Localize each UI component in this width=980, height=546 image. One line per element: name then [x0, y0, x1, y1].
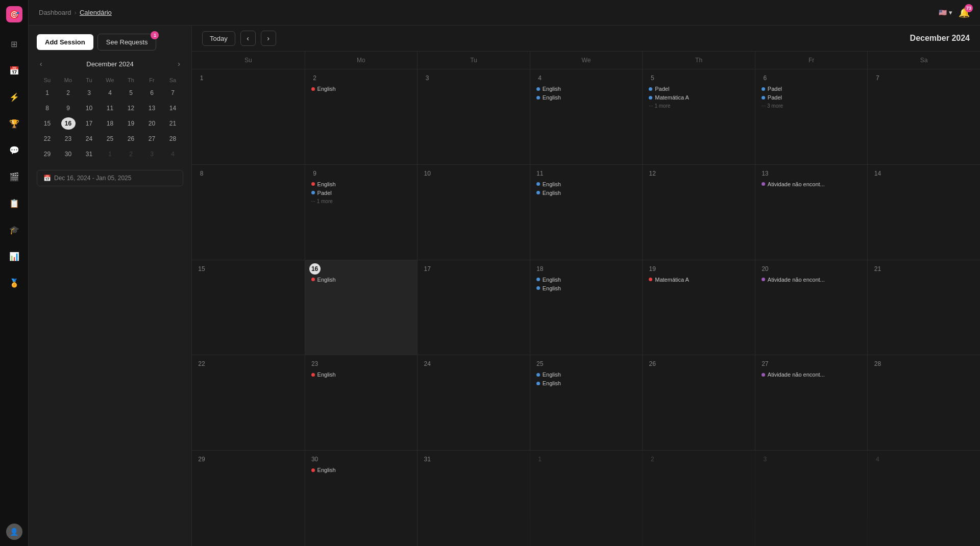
- cal-day[interactable]: 23English: [305, 355, 418, 450]
- mini-cal-day[interactable]: 17: [79, 116, 100, 131]
- mini-cal-day[interactable]: 4: [162, 146, 183, 162]
- language-selector[interactable]: 🇺🇸 ▾: [939, 9, 952, 16]
- mini-cal-day[interactable]: 27: [141, 131, 162, 146]
- cal-day[interactable]: 31: [417, 451, 530, 546]
- cal-next-button[interactable]: ›: [261, 31, 276, 46]
- mini-cal-day[interactable]: 10: [79, 101, 100, 116]
- cal-day[interactable]: 11EnglishEnglish: [530, 165, 643, 260]
- sidebar-item-education[interactable]: 🎓: [5, 220, 23, 239]
- cal-day[interactable]: 26: [642, 355, 755, 450]
- cal-day[interactable]: 15: [192, 260, 305, 355]
- mini-cal-day[interactable]: 1: [37, 85, 58, 101]
- cal-day[interactable]: 28: [867, 355, 980, 450]
- cal-prev-button[interactable]: ‹: [240, 31, 256, 46]
- cal-day[interactable]: 2: [642, 451, 755, 546]
- mini-cal-day[interactable]: 4: [100, 85, 120, 101]
- event-pill[interactable]: Padel: [309, 189, 413, 196]
- today-button[interactable]: Today: [202, 31, 235, 46]
- event-pill[interactable]: English: [309, 466, 413, 474]
- cal-day[interactable]: 3: [755, 451, 868, 546]
- event-pill[interactable]: Atividade não encont...: [760, 371, 864, 378]
- avatar[interactable]: 👤: [6, 524, 22, 540]
- mini-cal-day[interactable]: 2: [58, 85, 79, 101]
- event-pill[interactable]: English: [534, 181, 639, 188]
- event-pill[interactable]: English: [534, 371, 639, 378]
- cal-day[interactable]: 3: [417, 69, 530, 164]
- mini-cal-day[interactable]: 18: [100, 116, 120, 131]
- cal-day[interactable]: 4EnglishEnglish: [530, 69, 643, 164]
- cal-day[interactable]: 5PadelMatemática A··· 1 more: [642, 69, 755, 164]
- mini-cal-day[interactable]: 24: [79, 131, 100, 146]
- cal-day[interactable]: 1: [192, 69, 305, 164]
- more-events[interactable]: ··· 1 more: [647, 103, 751, 109]
- event-pill[interactable]: English: [309, 276, 413, 283]
- mini-cal-day[interactable]: 23: [58, 131, 79, 146]
- cal-day[interactable]: 7: [867, 69, 980, 164]
- mini-cal-day[interactable]: 14: [162, 101, 183, 116]
- cal-day[interactable]: 9EnglishPadel··· 1 more: [305, 165, 418, 260]
- mini-cal-day[interactable]: 3: [141, 146, 162, 162]
- event-pill[interactable]: Atividade não encont...: [760, 276, 864, 283]
- cal-day[interactable]: 17: [417, 260, 530, 355]
- mini-cal-day[interactable]: 1: [100, 146, 120, 162]
- sidebar-item-trophy[interactable]: 🏆: [5, 114, 23, 133]
- cal-day[interactable]: 22: [192, 355, 305, 450]
- mini-cal-day[interactable]: 7: [162, 85, 183, 101]
- cal-day[interactable]: 25EnglishEnglish: [530, 355, 643, 450]
- sidebar-item-chat[interactable]: 💬: [5, 141, 23, 159]
- mini-cal-day[interactable]: 29: [37, 146, 58, 162]
- mini-cal-day[interactable]: 22: [37, 131, 58, 146]
- mini-cal-day[interactable]: 19: [120, 116, 141, 131]
- cal-day[interactable]: 6PadelPadel··· 3 more: [755, 69, 868, 164]
- event-pill[interactable]: English: [534, 189, 639, 196]
- event-pill[interactable]: Matemática A: [647, 276, 751, 283]
- event-pill[interactable]: Padel: [760, 94, 864, 101]
- event-pill[interactable]: English: [534, 276, 639, 283]
- event-pill[interactable]: English: [309, 181, 413, 188]
- sidebar-item-activity[interactable]: ⚡: [5, 88, 23, 106]
- sidebar-item-grid[interactable]: ⊞: [5, 35, 23, 53]
- cal-day[interactable]: 21: [867, 260, 980, 355]
- cal-day[interactable]: 12: [642, 165, 755, 260]
- mini-cal-prev[interactable]: ‹: [37, 59, 45, 69]
- cal-day[interactable]: 19Matemática A: [642, 260, 755, 355]
- add-session-button[interactable]: Add Session: [37, 34, 93, 50]
- cal-day[interactable]: 18EnglishEnglish: [530, 260, 643, 355]
- cal-day[interactable]: 8: [192, 165, 305, 260]
- mini-cal-day[interactable]: 16: [58, 116, 79, 131]
- mini-cal-day[interactable]: 25: [100, 131, 120, 146]
- mini-cal-day[interactable]: 31: [79, 146, 100, 162]
- sidebar-item-video[interactable]: 🎬: [5, 167, 23, 186]
- see-requests-button[interactable]: See Requests 1: [97, 34, 157, 51]
- cal-day[interactable]: 2English: [305, 69, 418, 164]
- mini-cal-day[interactable]: 21: [162, 116, 183, 131]
- mini-cal-day[interactable]: 6: [141, 85, 162, 101]
- event-pill[interactable]: English: [534, 85, 639, 92]
- event-pill[interactable]: English: [534, 94, 639, 101]
- more-events[interactable]: ··· 1 more: [309, 198, 413, 205]
- event-pill[interactable]: English: [309, 85, 413, 92]
- event-pill[interactable]: Atividade não encont...: [760, 181, 864, 188]
- more-events[interactable]: ··· 3 more: [760, 103, 864, 109]
- mini-cal-day[interactable]: 2: [120, 146, 141, 162]
- mini-cal-day[interactable]: 12: [120, 101, 141, 116]
- mini-cal-day[interactable]: 5: [120, 85, 141, 101]
- event-pill[interactable]: Padel: [760, 85, 864, 92]
- cal-day[interactable]: 4: [867, 451, 980, 546]
- sidebar-item-analytics[interactable]: 📊: [5, 247, 23, 265]
- app-logo[interactable]: 🎯: [6, 6, 22, 22]
- mini-cal-day[interactable]: 28: [162, 131, 183, 146]
- cal-day[interactable]: 13Atividade não encont...: [755, 165, 868, 260]
- event-pill[interactable]: English: [534, 380, 639, 387]
- cal-day[interactable]: 14: [867, 165, 980, 260]
- event-pill[interactable]: English: [534, 285, 639, 292]
- cal-day[interactable]: 27Atividade não encont...: [755, 355, 868, 450]
- cal-day[interactable]: 24: [417, 355, 530, 450]
- notification-button[interactable]: 🔔 73: [959, 7, 970, 18]
- mini-cal-day[interactable]: 13: [141, 101, 162, 116]
- sidebar-item-reports[interactable]: 📋: [5, 194, 23, 212]
- event-pill[interactable]: English: [309, 371, 413, 378]
- breadcrumb-parent[interactable]: Dashboard: [39, 9, 71, 16]
- mini-cal-day[interactable]: 26: [120, 131, 141, 146]
- cal-day[interactable]: 16English: [305, 260, 418, 355]
